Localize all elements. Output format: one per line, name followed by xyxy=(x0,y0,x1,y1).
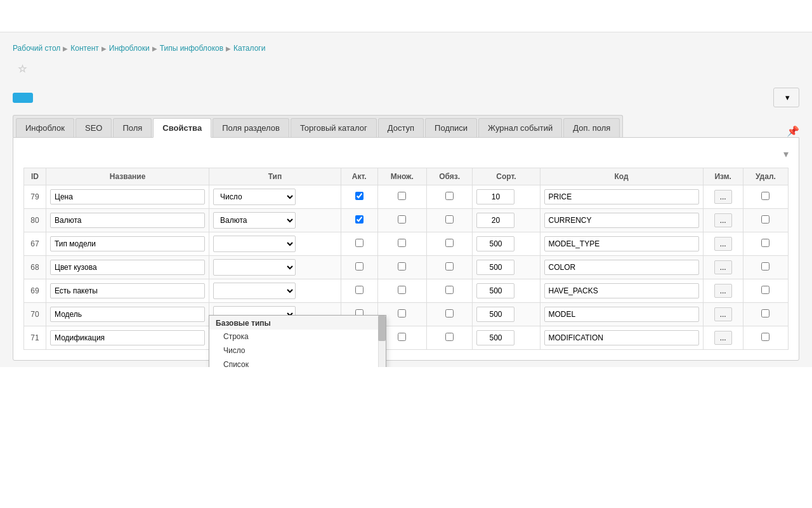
row-sort xyxy=(473,279,540,303)
sort-input[interactable] xyxy=(476,307,514,322)
code-input[interactable] xyxy=(544,260,699,275)
sort-input[interactable] xyxy=(476,330,514,345)
mult-checkbox[interactable] xyxy=(398,333,406,341)
type-select-open[interactable]: Валюта xyxy=(213,212,296,229)
row-req xyxy=(427,185,473,209)
type-select[interactable]: Число xyxy=(213,189,296,205)
scrollbar[interactable] xyxy=(378,316,386,367)
tab-инфоблок[interactable]: Инфоблок xyxy=(16,118,74,137)
req-checkbox[interactable] xyxy=(445,262,454,271)
breadcrumb-item-5[interactable]: Каталоги xyxy=(233,44,265,53)
code-input[interactable] xyxy=(544,330,699,345)
mult-checkbox[interactable] xyxy=(398,215,406,224)
req-checkbox[interactable] xyxy=(445,192,454,200)
row-code xyxy=(540,232,703,256)
delete-checkbox[interactable] xyxy=(761,333,769,341)
code-input[interactable] xyxy=(544,189,699,204)
name-input[interactable] xyxy=(50,330,205,345)
type-select[interactable] xyxy=(213,283,296,299)
edit-button[interactable]: ... xyxy=(714,213,732,227)
row-req xyxy=(427,279,473,303)
code-input[interactable] xyxy=(544,236,699,251)
act-checkbox[interactable] xyxy=(355,192,363,200)
dropdown-item[interactable]: Строка xyxy=(209,330,386,344)
tab-доступ[interactable]: Доступ xyxy=(378,118,424,137)
code-input[interactable] xyxy=(544,213,699,228)
req-checkbox[interactable] xyxy=(445,215,454,224)
tab-seo[interactable]: SEO xyxy=(75,118,112,137)
main-panel: ▾ IDНазваниеТипАкт.Множ.Обяз.Сорт.КодИзм… xyxy=(13,137,799,361)
type-dropdown[interactable]: Базовые типыСтрокаЧислоСписокФайлПривязк… xyxy=(209,315,386,367)
table-row: 70... xyxy=(24,303,789,326)
breadcrumb-item-1[interactable]: Рабочий стол xyxy=(13,44,60,53)
edit-button[interactable]: ... xyxy=(714,331,732,345)
name-input[interactable] xyxy=(50,307,205,322)
delete-checkbox[interactable] xyxy=(761,286,769,294)
tab-свойства[interactable]: Свойства xyxy=(153,118,211,138)
edit-button[interactable]: ... xyxy=(714,284,732,298)
mult-checkbox[interactable] xyxy=(398,286,406,294)
edit-button[interactable]: ... xyxy=(714,190,732,204)
edit-button[interactable]: ... xyxy=(714,260,732,274)
name-input[interactable] xyxy=(50,236,205,251)
req-checkbox[interactable] xyxy=(445,286,454,294)
tab-поля-разделов[interactable]: Поля разделов xyxy=(213,118,289,137)
edit-button[interactable]: ... xyxy=(714,307,732,321)
dropdown-item[interactable]: Число xyxy=(209,344,386,358)
act-checkbox[interactable] xyxy=(355,239,363,247)
sort-input[interactable] xyxy=(476,283,514,298)
type-select[interactable] xyxy=(213,259,296,276)
row-name xyxy=(46,209,209,232)
col-header-id: ID xyxy=(24,168,46,185)
act-checkbox[interactable] xyxy=(355,262,363,271)
req-checkbox[interactable] xyxy=(445,333,454,341)
table-row: 69... xyxy=(24,279,789,303)
tab-доп.-поля[interactable]: Доп. поля xyxy=(563,118,620,137)
name-input[interactable] xyxy=(50,189,205,204)
act-checkbox[interactable] xyxy=(355,215,363,224)
tab-торговый-каталог[interactable]: Торговый каталог xyxy=(291,118,377,137)
req-checkbox[interactable] xyxy=(445,309,454,318)
delete-checkbox[interactable] xyxy=(761,239,769,247)
sort-input[interactable] xyxy=(476,189,514,204)
delete-checkbox[interactable] xyxy=(761,215,769,224)
breadcrumb-item-4[interactable]: Типы инфоблоков xyxy=(160,44,223,53)
collapse-icon[interactable]: ▾ xyxy=(783,148,789,160)
row-code xyxy=(540,185,703,209)
row-delete xyxy=(743,279,788,303)
mult-checkbox[interactable] xyxy=(398,192,406,200)
dropdown-item[interactable]: Список xyxy=(209,358,386,367)
breadcrumb-item-2[interactable]: Контент xyxy=(70,44,98,53)
sort-input[interactable] xyxy=(476,236,514,251)
pin-icon[interactable]: 📌 xyxy=(787,125,799,137)
req-checkbox[interactable] xyxy=(445,239,454,247)
edit-button[interactable]: ... xyxy=(714,237,732,251)
act-checkbox[interactable] xyxy=(355,286,363,294)
tab-поля[interactable]: Поля xyxy=(113,118,152,137)
name-input[interactable] xyxy=(50,260,205,275)
name-input[interactable] xyxy=(50,213,205,228)
row-delete xyxy=(743,256,788,279)
delete-checkbox[interactable] xyxy=(761,309,769,318)
tab-подписи[interactable]: Подписи xyxy=(425,118,477,137)
sort-input[interactable] xyxy=(476,260,514,275)
type-select[interactable] xyxy=(213,236,296,252)
delete-checkbox[interactable] xyxy=(761,262,769,271)
mult-checkbox[interactable] xyxy=(398,239,406,247)
code-input[interactable] xyxy=(544,283,699,298)
export-button[interactable]: ▾ xyxy=(773,88,799,107)
delete-checkbox[interactable] xyxy=(761,192,769,200)
row-id: 70 xyxy=(24,303,46,326)
back-button[interactable] xyxy=(13,93,33,103)
mult-checkbox[interactable] xyxy=(398,262,406,271)
row-id: 68 xyxy=(24,256,46,279)
name-input[interactable] xyxy=(50,283,205,298)
tab-журнал-событий[interactable]: Журнал событий xyxy=(478,118,562,137)
row-name xyxy=(46,256,209,279)
favorite-icon[interactable]: ☆ xyxy=(18,63,27,75)
mult-checkbox[interactable] xyxy=(398,309,406,318)
col-header-акт.: Акт. xyxy=(341,168,377,185)
code-input[interactable] xyxy=(544,307,699,322)
sort-input[interactable] xyxy=(476,213,514,228)
breadcrumb-item-3[interactable]: Инфоблоки xyxy=(109,44,150,53)
